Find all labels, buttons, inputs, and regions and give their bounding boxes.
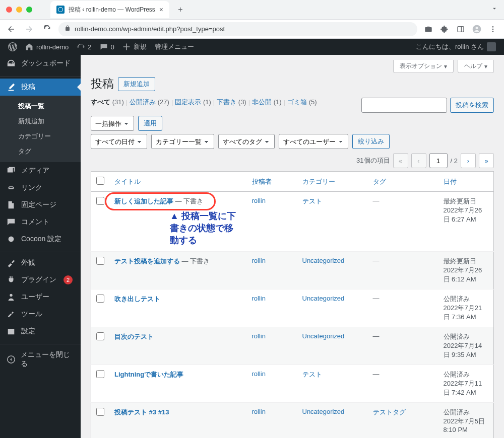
- menu-tools[interactable]: ツール: [0, 306, 81, 323]
- post-title-link[interactable]: テスト投稿を追加する: [114, 257, 180, 265]
- submenu-all-posts[interactable]: 投稿一覧: [0, 99, 81, 114]
- url-field[interactable]: rollin-demo.com/wp-admin/edit.php?post_t…: [58, 22, 417, 36]
- author-link[interactable]: rollin: [252, 295, 266, 302]
- current-page-input[interactable]: [429, 153, 448, 168]
- post-title-link[interactable]: 目次のテスト: [114, 333, 154, 340]
- post-title-link[interactable]: Lightningで書いた記事: [114, 371, 183, 378]
- filter-button[interactable]: 絞り込み: [352, 134, 390, 149]
- menu-appearance[interactable]: 外観: [0, 254, 81, 271]
- category-link[interactable]: テスト: [302, 197, 322, 205]
- my-account-menu[interactable]: こんにちは、rollin さん: [412, 39, 500, 55]
- first-page-button[interactable]: «: [393, 153, 408, 168]
- apply-button[interactable]: 適用: [138, 116, 162, 131]
- post-title-link[interactable]: 新しく追加した記事: [114, 197, 173, 205]
- row-checkbox[interactable]: [96, 295, 104, 303]
- window-close-dot[interactable]: [6, 7, 12, 13]
- next-page-button[interactable]: ›: [461, 153, 476, 168]
- window-expand-icon[interactable]: [491, 5, 498, 14]
- menu-dashboard[interactable]: ダッシュボード: [0, 55, 81, 72]
- date-status: 公開済み: [444, 371, 470, 378]
- menu-settings[interactable]: 設定: [0, 323, 81, 340]
- select-all-checkbox[interactable]: [96, 177, 104, 185]
- table-row: 目次のテスト rollin Uncategorized — 公開済み2022年7…: [91, 327, 494, 365]
- category-link[interactable]: Uncategorized: [302, 408, 345, 415]
- row-checkbox[interactable]: [96, 257, 104, 265]
- category-filter-select[interactable]: カテゴリー一覧: [151, 134, 214, 149]
- author-link[interactable]: rollin: [252, 408, 266, 415]
- user-filter-select[interactable]: すべてのユーザー: [279, 134, 348, 149]
- author-link[interactable]: rollin: [252, 370, 266, 378]
- tab-close-icon[interactable]: ×: [159, 6, 163, 14]
- help-button[interactable]: ヘルプ ▾: [458, 60, 494, 73]
- tag-cell: —: [373, 295, 380, 302]
- menu-cocoon[interactable]: Cocoon 設定: [0, 231, 81, 248]
- table-row: 吹き出しテスト rollin Uncategorized — 公開済み2022年…: [91, 289, 494, 327]
- filter-draft[interactable]: 下書き: [217, 98, 236, 106]
- wp-admin-bar: rollin-demo 2 0 新規 管理メニュー こんにちは、rollin さ…: [0, 39, 504, 55]
- row-checkbox[interactable]: [96, 408, 104, 416]
- last-page-button[interactable]: »: [479, 153, 494, 168]
- camera-icon[interactable]: [421, 22, 435, 36]
- category-link[interactable]: Uncategorized: [302, 257, 345, 264]
- date-filter-select[interactable]: すべての日付: [91, 134, 147, 149]
- menu-icon[interactable]: [486, 22, 500, 36]
- submenu-categories[interactable]: カテゴリー: [0, 129, 81, 144]
- tag-filter-select[interactable]: すべてのタグ: [218, 134, 275, 149]
- date-status: 公開済み: [444, 333, 470, 340]
- wp-logo-menu[interactable]: [4, 39, 21, 55]
- filter-trash[interactable]: ゴミ箱: [287, 98, 307, 106]
- post-title-link[interactable]: 投稿テスト #3 #13: [114, 408, 169, 416]
- menu-posts[interactable]: 投稿: [0, 79, 81, 96]
- menu-comments[interactable]: コメント: [0, 213, 81, 231]
- menu-users[interactable]: ユーザー: [0, 288, 81, 306]
- menu-pages[interactable]: 固定ページ: [0, 196, 81, 213]
- filter-sticky[interactable]: 固定表示: [175, 98, 201, 106]
- filter-published[interactable]: 公開済み: [130, 98, 156, 106]
- post-title-link[interactable]: 吹き出しテスト: [114, 295, 160, 303]
- date-status: 公開済み: [444, 295, 470, 303]
- prev-page-button[interactable]: ‹: [411, 153, 426, 168]
- extensions-icon[interactable]: [437, 22, 452, 36]
- reload-button[interactable]: [40, 22, 54, 36]
- row-checkbox[interactable]: [96, 197, 104, 205]
- new-tab-button[interactable]: +: [173, 3, 187, 17]
- submenu-new-post[interactable]: 新規追加: [0, 114, 81, 129]
- author-link[interactable]: rollin: [252, 257, 266, 264]
- forward-button[interactable]: [22, 22, 36, 36]
- category-link[interactable]: テスト: [302, 371, 322, 378]
- author-link[interactable]: rollin: [252, 332, 266, 340]
- menu-links[interactable]: リンク: [0, 179, 81, 196]
- filter-all[interactable]: すべて: [91, 98, 110, 106]
- row-checkbox[interactable]: [96, 332, 104, 340]
- window-zoom-dot[interactable]: [26, 7, 32, 13]
- admin-sidebar: ダッシュボード 投稿 投稿一覧 新規追加 カテゴリー タグ メディア リンク 固…: [0, 55, 81, 438]
- col-date[interactable]: 日付: [444, 178, 457, 185]
- col-title[interactable]: タイトル: [114, 178, 141, 185]
- profile-icon[interactable]: [470, 22, 484, 36]
- author-link[interactable]: rollin: [252, 197, 266, 204]
- screen-options-button[interactable]: 表示オプション ▾: [393, 60, 454, 73]
- updates-menu[interactable]: 2: [73, 39, 95, 55]
- menu-media[interactable]: メディア: [0, 162, 81, 179]
- category-link[interactable]: Uncategorized: [302, 295, 345, 302]
- back-button[interactable]: [4, 22, 18, 36]
- row-checkbox[interactable]: [96, 370, 104, 378]
- site-name-menu[interactable]: rollin-demo: [21, 39, 73, 55]
- manage-menu[interactable]: 管理メニュー: [151, 39, 198, 55]
- comments-menu[interactable]: 0: [96, 39, 118, 55]
- add-new-button[interactable]: 新規追加: [118, 77, 155, 91]
- filter-private[interactable]: 非公開: [252, 98, 272, 106]
- window-minimize-dot[interactable]: [16, 7, 22, 13]
- menu-plugins[interactable]: プラグイン2: [0, 271, 81, 288]
- category-link[interactable]: Uncategorized: [302, 332, 345, 340]
- tab-title: 投稿 ‹ rollin-demo — WordPress: [69, 6, 155, 14]
- search-input[interactable]: [361, 98, 447, 113]
- submenu-tags[interactable]: タグ: [0, 144, 81, 159]
- bulk-action-select[interactable]: 一括操作: [91, 116, 134, 131]
- new-content-menu[interactable]: 新規: [118, 39, 151, 55]
- search-button[interactable]: 投稿を検索: [450, 98, 494, 113]
- collapse-menu[interactable]: メニューを閉じる: [0, 346, 81, 373]
- tag-link[interactable]: テストタグ: [373, 408, 406, 416]
- browser-tab[interactable]: 投稿 ‹ rollin-demo — WordPress ×: [50, 1, 169, 18]
- panel-icon[interactable]: [454, 22, 468, 36]
